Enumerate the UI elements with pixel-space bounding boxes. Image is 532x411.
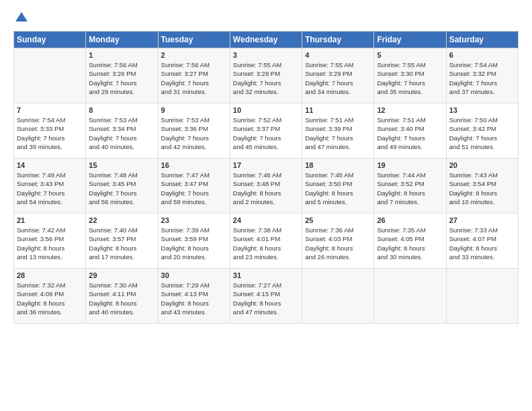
- day-number: 28: [17, 271, 83, 279]
- calendar-cell: [374, 269, 446, 324]
- day-number: 30: [161, 271, 227, 279]
- day-number: 14: [17, 161, 83, 169]
- header-day: Tuesday: [158, 32, 230, 48]
- day-number: 17: [233, 161, 299, 169]
- calendar-cell: 20Sunrise: 7:43 AM Sunset: 3:54 PM Dayli…: [446, 158, 518, 214]
- cell-info: Sunrise: 7:53 AM Sunset: 3:36 PM Dayligh…: [161, 116, 227, 151]
- calendar-cell: 15Sunrise: 7:48 AM Sunset: 3:45 PM Dayli…: [86, 158, 158, 214]
- header-day: Sunday: [14, 32, 86, 48]
- cell-info: Sunrise: 7:32 AM Sunset: 4:09 PM Dayligh…: [17, 281, 83, 316]
- day-number: 21: [17, 216, 83, 224]
- day-number: 24: [233, 216, 299, 224]
- calendar-week-row: 14Sunrise: 7:49 AM Sunset: 3:43 PM Dayli…: [14, 158, 519, 214]
- day-number: 26: [377, 216, 443, 224]
- day-number: 4: [305, 51, 371, 59]
- calendar-cell: 11Sunrise: 7:51 AM Sunset: 3:39 PM Dayli…: [302, 103, 374, 158]
- calendar-cell: 26Sunrise: 7:35 AM Sunset: 4:05 PM Dayli…: [374, 214, 446, 269]
- day-number: 27: [449, 216, 515, 224]
- header-day: Saturday: [446, 32, 518, 48]
- cell-info: Sunrise: 7:44 AM Sunset: 3:52 PM Dayligh…: [377, 171, 443, 206]
- svg-marker-0: [15, 12, 28, 21]
- page: SundayMondayTuesdayWednesdayThursdayFrid…: [0, 0, 532, 330]
- header: [13, 11, 519, 24]
- cell-info: Sunrise: 7:29 AM Sunset: 4:13 PM Dayligh…: [161, 281, 227, 316]
- cell-info: Sunrise: 7:38 AM Sunset: 4:01 PM Dayligh…: [233, 226, 299, 261]
- cell-info: Sunrise: 7:30 AM Sunset: 4:11 PM Dayligh…: [89, 281, 154, 316]
- calendar-week-row: 1Sunrise: 7:56 AM Sunset: 3:26 PM Daylig…: [14, 48, 519, 103]
- header-day: Thursday: [302, 32, 374, 48]
- day-number: 15: [89, 161, 154, 169]
- calendar-cell: 14Sunrise: 7:49 AM Sunset: 3:43 PM Dayli…: [14, 158, 86, 214]
- day-number: 22: [89, 216, 154, 224]
- cell-info: Sunrise: 7:27 AM Sunset: 4:15 PM Dayligh…: [233, 281, 299, 316]
- cell-info: Sunrise: 7:42 AM Sunset: 3:56 PM Dayligh…: [17, 226, 83, 261]
- day-number: 7: [17, 106, 83, 114]
- calendar-cell: 2Sunrise: 7:56 AM Sunset: 3:27 PM Daylig…: [158, 48, 230, 103]
- calendar-cell: 1Sunrise: 7:56 AM Sunset: 3:26 PM Daylig…: [86, 48, 158, 103]
- calendar-week-row: 21Sunrise: 7:42 AM Sunset: 3:56 PM Dayli…: [14, 214, 519, 269]
- calendar-cell: 27Sunrise: 7:33 AM Sunset: 4:07 PM Dayli…: [446, 214, 518, 269]
- day-number: 12: [377, 106, 443, 114]
- cell-info: Sunrise: 7:43 AM Sunset: 3:54 PM Dayligh…: [449, 171, 515, 206]
- calendar-header: SundayMondayTuesdayWednesdayThursdayFrid…: [14, 32, 519, 48]
- cell-info: Sunrise: 7:51 AM Sunset: 3:39 PM Dayligh…: [305, 116, 371, 151]
- day-number: 29: [89, 271, 154, 279]
- cell-info: Sunrise: 7:35 AM Sunset: 4:05 PM Dayligh…: [377, 226, 443, 261]
- cell-info: Sunrise: 7:39 AM Sunset: 3:59 PM Dayligh…: [161, 226, 227, 261]
- cell-info: Sunrise: 7:45 AM Sunset: 3:50 PM Dayligh…: [305, 171, 371, 206]
- cell-info: Sunrise: 7:55 AM Sunset: 3:29 PM Dayligh…: [305, 60, 371, 96]
- calendar-cell: 21Sunrise: 7:42 AM Sunset: 3:56 PM Dayli…: [14, 214, 86, 269]
- calendar-cell: 16Sunrise: 7:47 AM Sunset: 3:47 PM Dayli…: [158, 158, 230, 214]
- day-number: 2: [161, 51, 227, 59]
- calendar-cell: 4Sunrise: 7:55 AM Sunset: 3:29 PM Daylig…: [302, 48, 374, 103]
- calendar-cell: 29Sunrise: 7:30 AM Sunset: 4:11 PM Dayli…: [86, 269, 158, 324]
- calendar-cell: 3Sunrise: 7:55 AM Sunset: 3:28 PM Daylig…: [230, 48, 302, 103]
- calendar-cell: 12Sunrise: 7:51 AM Sunset: 3:40 PM Dayli…: [374, 103, 446, 158]
- calendar-cell: 18Sunrise: 7:45 AM Sunset: 3:50 PM Dayli…: [302, 158, 374, 214]
- calendar-week-row: 7Sunrise: 7:54 AM Sunset: 3:33 PM Daylig…: [14, 103, 519, 158]
- calendar-cell: 7Sunrise: 7:54 AM Sunset: 3:33 PM Daylig…: [14, 103, 86, 158]
- cell-info: Sunrise: 7:48 AM Sunset: 3:45 PM Dayligh…: [89, 171, 154, 206]
- calendar-cell: [302, 269, 374, 324]
- day-number: 10: [233, 106, 299, 114]
- calendar-cell: 28Sunrise: 7:32 AM Sunset: 4:09 PM Dayli…: [14, 269, 86, 324]
- logo: [13, 11, 28, 24]
- day-number: 5: [377, 51, 443, 59]
- cell-info: Sunrise: 7:47 AM Sunset: 3:47 PM Dayligh…: [161, 171, 227, 206]
- day-number: 6: [449, 51, 515, 59]
- header-day: Wednesday: [230, 32, 302, 48]
- cell-info: Sunrise: 7:40 AM Sunset: 3:57 PM Dayligh…: [89, 226, 154, 261]
- day-number: 8: [89, 106, 154, 114]
- calendar-cell: 8Sunrise: 7:53 AM Sunset: 3:34 PM Daylig…: [86, 103, 158, 158]
- calendar-cell: 23Sunrise: 7:39 AM Sunset: 3:59 PM Dayli…: [158, 214, 230, 269]
- calendar-cell: 19Sunrise: 7:44 AM Sunset: 3:52 PM Dayli…: [374, 158, 446, 214]
- day-number: 31: [233, 271, 299, 279]
- cell-info: Sunrise: 7:50 AM Sunset: 3:42 PM Dayligh…: [449, 116, 515, 151]
- cell-info: Sunrise: 7:55 AM Sunset: 3:28 PM Dayligh…: [233, 60, 299, 96]
- day-number: 3: [233, 51, 299, 59]
- calendar-cell: 31Sunrise: 7:27 AM Sunset: 4:15 PM Dayli…: [230, 269, 302, 324]
- cell-info: Sunrise: 7:56 AM Sunset: 3:26 PM Dayligh…: [89, 60, 154, 96]
- day-number: 11: [305, 106, 371, 114]
- calendar-cell: 24Sunrise: 7:38 AM Sunset: 4:01 PM Dayli…: [230, 214, 302, 269]
- day-number: 20: [449, 161, 515, 169]
- cell-info: Sunrise: 7:46 AM Sunset: 3:48 PM Dayligh…: [233, 171, 299, 206]
- cell-info: Sunrise: 7:53 AM Sunset: 3:34 PM Dayligh…: [89, 116, 154, 151]
- cell-info: Sunrise: 7:51 AM Sunset: 3:40 PM Dayligh…: [377, 116, 443, 151]
- day-number: 25: [305, 216, 371, 224]
- calendar-cell: 6Sunrise: 7:54 AM Sunset: 3:32 PM Daylig…: [446, 48, 518, 103]
- calendar-cell: [14, 48, 86, 103]
- cell-info: Sunrise: 7:52 AM Sunset: 3:37 PM Dayligh…: [233, 116, 299, 151]
- header-day: Monday: [86, 32, 158, 48]
- cell-info: Sunrise: 7:55 AM Sunset: 3:30 PM Dayligh…: [377, 60, 443, 96]
- calendar-cell: 10Sunrise: 7:52 AM Sunset: 3:37 PM Dayli…: [230, 103, 302, 158]
- cell-info: Sunrise: 7:54 AM Sunset: 3:33 PM Dayligh…: [17, 116, 83, 151]
- day-number: 9: [161, 106, 227, 114]
- cell-info: Sunrise: 7:36 AM Sunset: 4:03 PM Dayligh…: [305, 226, 371, 261]
- calendar-cell: 5Sunrise: 7:55 AM Sunset: 3:30 PM Daylig…: [374, 48, 446, 103]
- cell-info: Sunrise: 7:54 AM Sunset: 3:32 PM Dayligh…: [449, 60, 515, 96]
- calendar-cell: 22Sunrise: 7:40 AM Sunset: 3:57 PM Dayli…: [86, 214, 158, 269]
- day-number: 19: [377, 161, 443, 169]
- day-number: 13: [449, 106, 515, 114]
- calendar-cell: 30Sunrise: 7:29 AM Sunset: 4:13 PM Dayli…: [158, 269, 230, 324]
